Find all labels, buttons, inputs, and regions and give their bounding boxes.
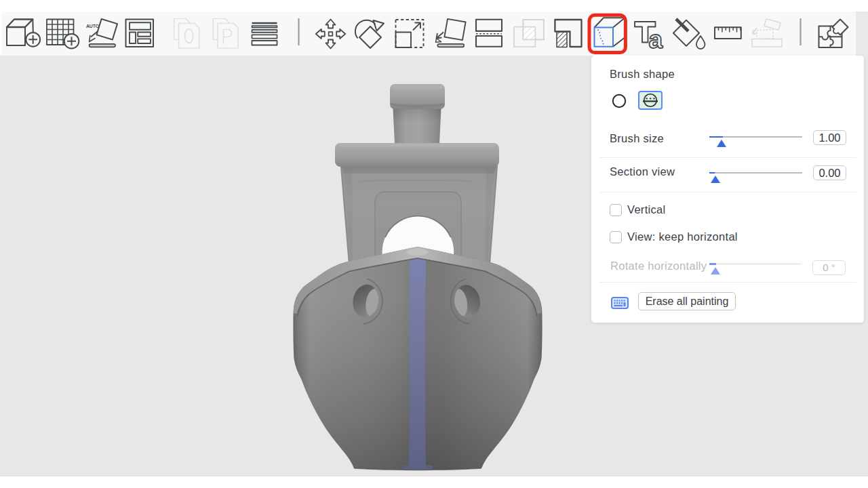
svg-text:a: a (649, 26, 663, 54)
svg-text:AUTO: AUTO (86, 24, 100, 28)
